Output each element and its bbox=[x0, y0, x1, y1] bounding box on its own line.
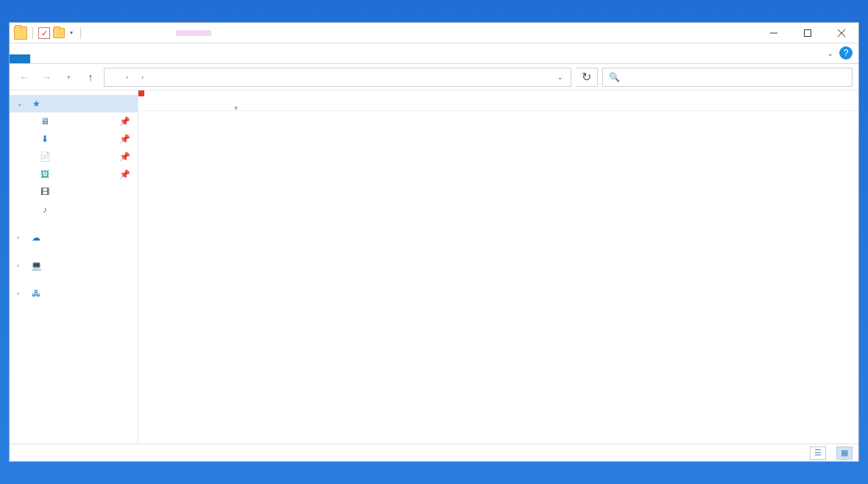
network-icon: 🖧 bbox=[30, 288, 42, 299]
tab-view[interactable] bbox=[71, 54, 92, 63]
sidebar-music[interactable]: ♪ bbox=[10, 201, 138, 218]
search-icon: 🔍 bbox=[609, 72, 620, 82]
sidebar-documents[interactable]: 📄 📌 bbox=[10, 148, 138, 166]
folder-icon bbox=[14, 26, 27, 40]
expand-icon[interactable]: › bbox=[17, 290, 19, 297]
chevron-right-icon[interactable]: › bbox=[124, 74, 130, 81]
search-box[interactable]: 🔍 bbox=[602, 68, 853, 87]
column-resize-indicator[interactable]: ▾ bbox=[234, 104, 238, 112]
cloud-icon: ☁ bbox=[30, 232, 42, 243]
sidebar-quick-access[interactable]: ⌄ ★ bbox=[10, 95, 138, 113]
sidebar-desktop[interactable]: 🖥 📌 bbox=[10, 113, 138, 130]
column-headers: ▾ bbox=[138, 90, 858, 111]
sidebar-this-pc[interactable]: › 💻 bbox=[10, 257, 138, 274]
address-dropdown-icon[interactable]: ⌄ bbox=[553, 74, 568, 81]
quick-access-toolbar: ✓ ▾ bbox=[10, 23, 88, 43]
explorer-window: ✓ ▾ ⌄ ? ← → ▾ ↑ › › bbox=[9, 22, 859, 462]
expand-icon[interactable]: ⌄ bbox=[17, 100, 23, 107]
sidebar-pictures[interactable]: 🖼 📌 bbox=[10, 166, 138, 183]
help-icon[interactable]: ? bbox=[839, 46, 853, 60]
sidebar-onedrive[interactable]: › ☁ bbox=[10, 229, 138, 246]
body: ⌄ ★ 🖥 📌 ⬇ 📌 📄 📌 🖼 📌 bbox=[10, 90, 858, 444]
sidebar-network[interactable]: › 🖧 bbox=[10, 285, 138, 302]
up-button[interactable]: ↑ bbox=[82, 68, 99, 86]
separator bbox=[32, 27, 33, 39]
tab-share[interactable] bbox=[51, 54, 71, 63]
sidebar-downloads[interactable]: ⬇ 📌 bbox=[10, 130, 138, 148]
download-icon: ⬇ bbox=[39, 133, 51, 145]
nav-bar: ← → ▾ ↑ › › ⌄ ↻ 🔍 bbox=[10, 64, 858, 90]
ribbon-tabs: ⌄ ? bbox=[10, 43, 858, 64]
ribbon-collapse-icon[interactable]: ⌄ bbox=[827, 49, 833, 58]
computer-icon: 💻 bbox=[30, 260, 42, 271]
recent-locations-button[interactable]: ▾ bbox=[60, 68, 77, 86]
qat-open-icon[interactable] bbox=[53, 28, 65, 38]
tab-home[interactable] bbox=[30, 54, 51, 63]
chevron-right-icon[interactable]: › bbox=[139, 74, 146, 81]
view-details-button[interactable]: ☰ bbox=[810, 446, 826, 460]
desktop-icon: 🖥 bbox=[39, 115, 51, 127]
refresh-button[interactable]: ↻ bbox=[576, 68, 598, 87]
address-bar[interactable]: › › ⌄ bbox=[104, 68, 571, 87]
pin-icon[interactable]: 📌 bbox=[119, 134, 130, 144]
video-icon: 🎞 bbox=[39, 186, 51, 198]
document-icon: 📄 bbox=[39, 151, 51, 163]
forward-button[interactable]: → bbox=[38, 68, 55, 86]
pin-icon[interactable]: 📌 bbox=[119, 169, 130, 179]
status-bar: ☰ ▦ bbox=[10, 444, 858, 461]
sidebar-videos[interactable]: 🎞 bbox=[10, 183, 138, 201]
qat-properties-icon[interactable]: ✓ bbox=[38, 27, 50, 39]
music-icon: ♪ bbox=[39, 204, 51, 216]
title-bar: ✓ ▾ bbox=[10, 23, 858, 43]
pin-icon[interactable]: 📌 bbox=[119, 116, 130, 127]
expand-icon[interactable]: › bbox=[17, 234, 19, 241]
star-icon: ★ bbox=[30, 98, 42, 110]
nav-pane: ⌄ ★ 🖥 📌 ⬇ 📌 📄 📌 🖼 📌 bbox=[10, 90, 138, 444]
qat-dropdown-icon[interactable]: ▾ bbox=[68, 29, 75, 36]
tab-app-tools[interactable] bbox=[92, 54, 113, 63]
content-area: ▾ bbox=[138, 90, 858, 444]
view-large-icons-button[interactable]: ▦ bbox=[836, 446, 853, 460]
pictures-icon: 🖼 bbox=[39, 168, 51, 180]
tab-file[interactable] bbox=[10, 54, 30, 63]
maximize-button[interactable] bbox=[791, 23, 825, 43]
close-button[interactable] bbox=[825, 23, 858, 43]
folder-icon bbox=[107, 71, 121, 83]
pin-icon[interactable]: 📌 bbox=[119, 152, 130, 162]
context-tab-manage[interactable] bbox=[176, 30, 211, 36]
minimize-button[interactable] bbox=[757, 23, 791, 43]
expand-icon[interactable]: › bbox=[17, 262, 19, 269]
svg-rect-1 bbox=[805, 29, 811, 36]
back-button[interactable]: ← bbox=[15, 68, 33, 86]
separator bbox=[80, 27, 81, 39]
